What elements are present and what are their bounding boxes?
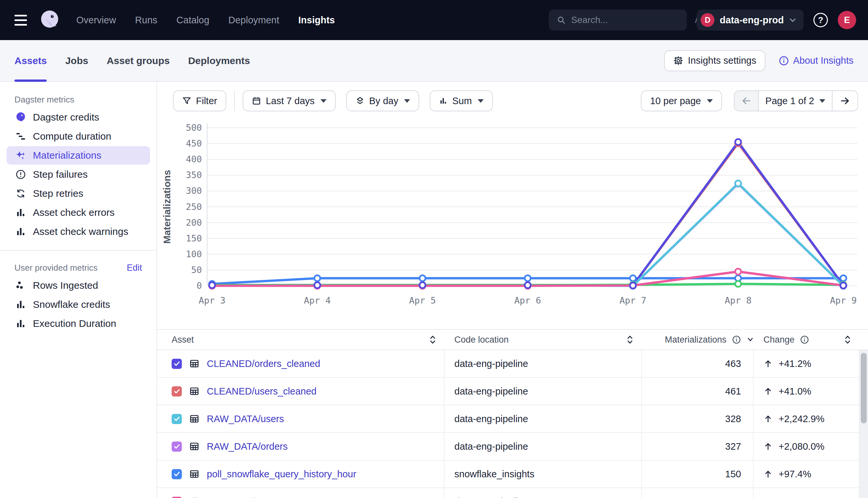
date-range-label: Last 7 days [266, 95, 314, 106]
group-by-button[interactable]: By day [346, 90, 420, 112]
nav-item-overview[interactable]: Overview [76, 15, 116, 26]
scrollbar-thumb[interactable] [861, 353, 867, 423]
asset-cell: CLEANED/users_cleaned [157, 378, 445, 405]
table-row: RAW_DATA/ordersdata-eng-pipeline327+2,08… [157, 433, 868, 461]
data-point[interactable] [840, 275, 846, 281]
asset-link[interactable]: RAW_DATA/users [207, 414, 284, 424]
deployment-switcher[interactable]: D data-eng-prod [697, 10, 804, 30]
asset-link[interactable]: CLEANED/orders_cleaned [207, 358, 320, 369]
search-bar[interactable]: / [549, 10, 687, 30]
sidebar-item-asset-check-warnings[interactable]: Asset check warnings [7, 222, 150, 241]
data-point[interactable] [525, 282, 531, 288]
asset-link[interactable]: RAW_DATA/orders [207, 441, 288, 452]
data-point[interactable] [735, 269, 741, 275]
series-checkbox[interactable] [171, 469, 182, 479]
previous-page-button[interactable] [735, 91, 758, 111]
change-value: +2,080.0% [779, 441, 824, 452]
search-input[interactable] [571, 15, 690, 25]
data-point[interactable] [525, 275, 531, 281]
line-chart-canvas: 050100150200250300350400450500Apr 3Apr 4… [157, 112, 868, 329]
data-point[interactable] [735, 281, 741, 287]
filter-button[interactable]: Filter [173, 90, 226, 112]
next-page-button[interactable] [832, 91, 857, 111]
layers-icon [355, 96, 365, 105]
chart-toolbar: Filter Last 7 days By day [173, 90, 858, 112]
data-point[interactable] [209, 282, 215, 288]
arrow-right-icon [840, 95, 850, 106]
asset-link[interactable]: CLEANED/users_cleaned [207, 386, 317, 397]
data-point[interactable] [735, 139, 741, 145]
materializations-cell: 328 [642, 405, 754, 433]
column-header-change[interactable]: Change [754, 330, 868, 350]
hamburger-menu-icon[interactable] [14, 15, 29, 26]
sidebar-item-asset-check-errors[interactable]: Asset check errors [7, 204, 150, 222]
arrow-up-icon [764, 469, 773, 479]
column-header-asset[interactable]: Asset [157, 330, 445, 350]
sort-icon[interactable] [429, 335, 437, 344]
sort-desc-icon[interactable] [746, 337, 754, 343]
y-tick-label: 150 [186, 233, 202, 244]
user-avatar[interactable]: E [838, 11, 856, 29]
data-point[interactable] [314, 275, 320, 281]
per-page-button[interactable]: 10 per page [641, 90, 722, 112]
sidebar-item-label: Rows Ingested [33, 280, 98, 291]
series-checkbox[interactable] [171, 497, 182, 498]
aggregation-button[interactable]: Sum [430, 90, 493, 112]
sidebar-item-execution-duration[interactable]: Execution Duration [7, 314, 150, 333]
series-checkbox[interactable] [171, 386, 182, 396]
sidebar-item-materializations[interactable]: Materializations [7, 146, 150, 165]
sidebar-item-step-failures[interactable]: Step failures [7, 165, 150, 184]
sidebar-item-dagster-credits[interactable]: Dagster credits [7, 108, 150, 127]
table-asset-icon [189, 496, 200, 498]
tab-jobs[interactable]: Jobs [65, 40, 88, 81]
column-header-code-location[interactable]: Code location [445, 330, 642, 350]
asset-link[interactable]: CLEANED/… [207, 496, 264, 498]
gear-icon [673, 56, 683, 66]
sidebar-item-rows-ingested[interactable]: Rows Ingested [7, 276, 150, 294]
about-insights-link[interactable]: About Insights [779, 55, 854, 66]
data-point[interactable] [314, 282, 320, 288]
data-point[interactable] [630, 283, 636, 288]
insights-settings-button[interactable]: Insights settings [664, 50, 765, 71]
series-checkbox[interactable] [171, 359, 182, 369]
y-tick-label: 200 [186, 218, 202, 228]
page-label: Page 1 of 2 [765, 95, 814, 106]
series-checkbox[interactable] [171, 414, 182, 424]
date-range-button[interactable]: Last 7 days [243, 90, 335, 112]
data-point[interactable] [630, 275, 636, 281]
table-row: CLEANED/orders_cleaneddata-eng-pipeline4… [157, 350, 868, 378]
page-indicator[interactable]: Page 1 of 2 [758, 91, 832, 111]
tab-assets[interactable]: Assets [14, 40, 47, 81]
sidebar-item-label: Step retries [33, 188, 83, 199]
asset-cell: RAW_DATA/orders [157, 433, 445, 461]
y-tick-label: 400 [186, 154, 202, 164]
series-checkbox[interactable] [171, 442, 182, 452]
nav-item-runs[interactable]: Runs [135, 15, 157, 26]
info-icon[interactable] [732, 335, 741, 344]
dagster-logo-icon[interactable] [39, 9, 61, 31]
data-point[interactable] [420, 282, 425, 288]
nav-item-deployment[interactable]: Deployment [229, 15, 280, 26]
data-point[interactable] [840, 283, 846, 288]
data-point[interactable] [420, 275, 425, 281]
data-point[interactable] [735, 180, 741, 186]
y-tick-label: 500 [186, 122, 202, 133]
sidebar-item-compute-duration[interactable]: Compute duration [7, 127, 150, 145]
table-header: Asset Code location [157, 329, 868, 350]
change-value: +2,242.9% [779, 414, 824, 424]
sidebar-item-step-retries[interactable]: Step retries [7, 184, 150, 203]
sort-icon[interactable] [844, 335, 852, 344]
nav-item-insights[interactable]: Insights [298, 15, 335, 26]
edit-metrics-link[interactable]: Edit [127, 263, 142, 273]
sidebar-item-label: Step failures [33, 169, 88, 180]
info-icon[interactable] [800, 335, 809, 344]
table-scrollbar[interactable] [859, 350, 868, 498]
help-icon[interactable]: ? [814, 13, 828, 27]
sort-icon[interactable] [626, 335, 634, 344]
tab-asset-groups[interactable]: Asset groups [106, 40, 170, 81]
sidebar-item-snowflake-credits[interactable]: Snowflake credits [7, 295, 150, 314]
column-header-materializations[interactable]: Materializations [642, 330, 754, 350]
asset-link[interactable]: poll_snowflake_query_history_hour [207, 469, 356, 480]
tab-deployments[interactable]: Deployments [188, 40, 250, 81]
nav-item-catalog[interactable]: Catalog [177, 15, 209, 26]
